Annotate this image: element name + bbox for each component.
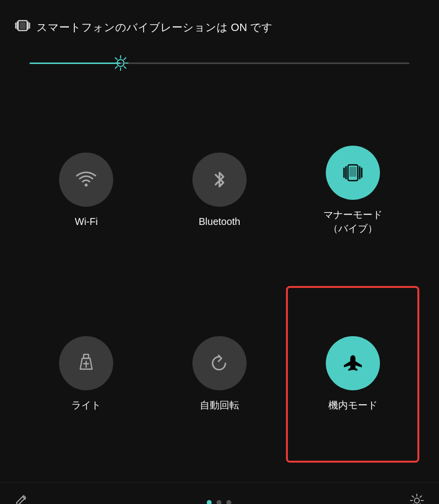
tiles-grid: Wi-Fi Bluetooth	[15, 90, 424, 468]
airmode-circle	[326, 336, 380, 390]
svg-line-14	[116, 66, 118, 68]
dot-2	[217, 500, 221, 504]
svg-line-12	[124, 66, 126, 68]
brightness-track-fill	[30, 63, 121, 64]
header-vibration-text: スマートフォンのバイブレーションは ON です	[36, 20, 273, 35]
rotation-label: 自動回転	[200, 398, 239, 412]
tile-manner[interactable]: マナーモード （バイブ）	[291, 100, 414, 281]
tile-flashlight[interactable]: ライト	[25, 291, 148, 458]
header: スマートフォンのバイブレーションは ON です	[15, 10, 424, 46]
dot-1	[207, 500, 212, 504]
dot-3	[226, 500, 231, 504]
vibration-icon	[15, 19, 31, 36]
rotation-circle	[192, 336, 247, 390]
bluetooth-circle	[192, 153, 247, 207]
manner-circle	[326, 146, 380, 200]
tile-rotation[interactable]: 自動回転	[158, 291, 282, 458]
main-container: スマートフォンのバイブレーションは ON です	[0, 0, 439, 482]
bottom-bar	[0, 482, 439, 504]
manner-label: マナーモード （バイブ）	[323, 208, 382, 235]
flashlight-label: ライト	[71, 398, 101, 412]
tile-wifi[interactable]: Wi-Fi	[25, 100, 148, 281]
svg-line-11	[116, 58, 118, 60]
tile-bluetooth[interactable]: Bluetooth	[158, 100, 282, 281]
wifi-label: Wi-Fi	[75, 215, 98, 228]
bluetooth-label: Bluetooth	[199, 215, 241, 228]
edit-icon[interactable]	[15, 494, 29, 504]
svg-rect-1	[20, 22, 26, 29]
brightness-slider-container[interactable]	[30, 51, 409, 75]
svg-point-6	[117, 60, 124, 66]
tile-airmode[interactable]: 機内モード	[291, 291, 414, 458]
page-dots	[207, 500, 231, 504]
flashlight-circle	[59, 336, 113, 390]
settings-icon[interactable]	[409, 493, 424, 504]
svg-line-13	[124, 58, 126, 60]
svg-rect-17	[349, 167, 356, 177]
brightness-thumb[interactable]	[110, 53, 131, 73]
svg-point-15	[85, 184, 88, 187]
svg-point-27	[414, 498, 419, 503]
wifi-circle	[59, 153, 113, 207]
airmode-label: 機内モード	[328, 398, 377, 412]
